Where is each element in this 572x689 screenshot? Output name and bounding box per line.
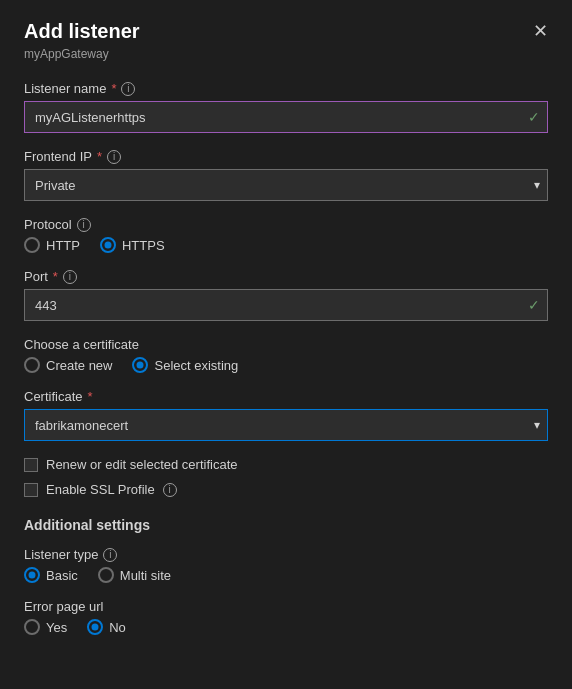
required-star: * [111,81,116,96]
certificate-wrapper: fabrikamonecert ▾ [24,409,548,441]
enable-ssl-checkbox-item: Enable SSL Profile i [24,482,548,497]
renew-cert-checkbox-item: Renew or edit selected certificate [24,457,548,472]
error-yes-label: Yes [46,620,67,635]
port-select[interactable]: 443 80 8080 [24,289,548,321]
create-new-radio[interactable] [24,357,40,373]
panel-title: Add listener [24,20,140,43]
listener-name-select[interactable]: myAGListenerhttps [24,101,548,133]
error-yes-radio[interactable] [24,619,40,635]
panel-subtitle: myAppGateway [24,47,548,61]
cert-choice-group: Choose a certificate Create new Select e… [24,337,548,373]
cert-choice-label: Choose a certificate [24,337,548,352]
protocol-http-item[interactable]: HTTP [24,237,80,253]
error-page-url-radio-group: Yes No [24,619,548,635]
port-wrapper: 443 80 8080 ✓ [24,289,548,321]
port-info-icon[interactable]: i [63,270,77,284]
enable-ssl-label: Enable SSL Profile [46,482,155,497]
protocol-https-label: HTTPS [122,238,165,253]
port-group: Port * i 443 80 8080 ✓ [24,269,548,321]
error-no-radio[interactable] [87,619,103,635]
listener-type-radio-group: Basic Multi site [24,567,548,583]
error-yes-item[interactable]: Yes [24,619,67,635]
protocol-https-item[interactable]: HTTPS [100,237,165,253]
create-new-item[interactable]: Create new [24,357,112,373]
protocol-info-icon[interactable]: i [77,218,91,232]
select-existing-label: Select existing [154,358,238,373]
basic-radio[interactable] [24,567,40,583]
select-existing-radio[interactable] [132,357,148,373]
protocol-label: Protocol i [24,217,548,232]
basic-label: Basic [46,568,78,583]
protocol-http-radio[interactable] [24,237,40,253]
error-no-item[interactable]: No [87,619,126,635]
listener-name-info-icon[interactable]: i [121,82,135,96]
multisite-radio[interactable] [98,567,114,583]
frontend-ip-select[interactable]: Private Public [24,169,548,201]
protocol-radio-group: HTTP HTTPS [24,237,548,253]
select-existing-item[interactable]: Select existing [132,357,238,373]
enable-ssl-checkbox[interactable] [24,483,38,497]
required-star-3: * [53,269,58,284]
additional-settings-title: Additional settings [24,517,548,533]
frontend-ip-label: Frontend IP * i [24,149,548,164]
listener-name-wrapper: myAGListenerhttps ✓ [24,101,548,133]
close-button[interactable]: ✕ [533,22,548,40]
error-page-url-group: Error page url Yes No [24,599,548,635]
listener-type-label: Listener type i [24,547,548,562]
port-label: Port * i [24,269,548,284]
certificate-label: Certificate * [24,389,548,404]
basic-item[interactable]: Basic [24,567,78,583]
certificate-select[interactable]: fabrikamonecert [24,409,548,441]
checkboxes-group: Renew or edit selected certificate Enabl… [24,457,548,497]
protocol-group: Protocol i HTTP HTTPS [24,217,548,253]
listener-name-group: Listener name * i myAGListenerhttps ✓ [24,81,548,133]
frontend-ip-group: Frontend IP * i Private Public ▾ [24,149,548,201]
listener-type-info-icon[interactable]: i [103,548,117,562]
frontend-ip-wrapper: Private Public ▾ [24,169,548,201]
error-page-url-label: Error page url [24,599,548,614]
cert-choice-radio-group: Create new Select existing [24,357,548,373]
protocol-https-radio[interactable] [100,237,116,253]
listener-name-label: Listener name * i [24,81,548,96]
create-new-label: Create new [46,358,112,373]
error-no-label: No [109,620,126,635]
required-star-2: * [97,149,102,164]
renew-cert-checkbox[interactable] [24,458,38,472]
frontend-ip-info-icon[interactable]: i [107,150,121,164]
multisite-label: Multi site [120,568,171,583]
protocol-http-label: HTTP [46,238,80,253]
enable-ssl-info-icon[interactable]: i [163,483,177,497]
add-listener-panel: Add listener ✕ myAppGateway Listener nam… [0,0,572,689]
additional-settings-section: Additional settings Listener type i Basi… [24,517,548,635]
multisite-item[interactable]: Multi site [98,567,171,583]
listener-type-group: Listener type i Basic Multi site [24,547,548,583]
renew-cert-label: Renew or edit selected certificate [46,457,237,472]
panel-header: Add listener ✕ [24,20,548,43]
required-star-4: * [88,389,93,404]
certificate-group: Certificate * fabrikamonecert ▾ [24,389,548,441]
